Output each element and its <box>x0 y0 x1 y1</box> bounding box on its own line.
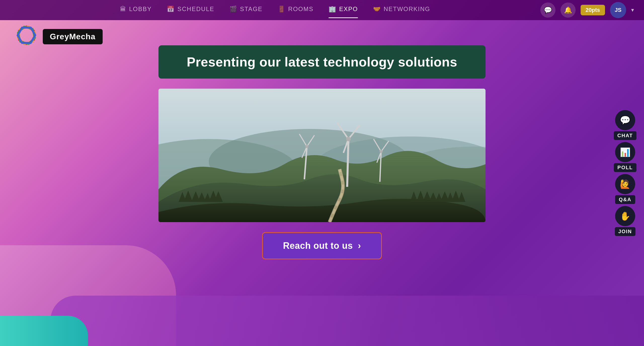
wave-bottom <box>50 296 644 346</box>
sidebar-qa-button[interactable]: 🙋 <box>615 174 635 194</box>
sidebar-poll-group: 📊 POLL <box>614 142 636 172</box>
company-name-label: GreyMecha <box>43 29 103 44</box>
nav-label-stage: STAGE <box>240 6 263 13</box>
reach-out-button[interactable]: Reach out to us › <box>262 232 382 259</box>
sidebar-chat-button[interactable]: 💬 <box>615 110 635 130</box>
landscape-illustration <box>158 89 486 222</box>
nav-item-schedule[interactable]: 📅 SCHEDULE <box>167 6 214 15</box>
logo-area: GreyMecha <box>15 25 103 48</box>
sidebar-poll-label: POLL <box>614 163 636 172</box>
sidebar-join-group: ✋ JOIN <box>615 206 636 236</box>
navbar: 🏛 LOBBY 📅 SCHEDULE 🎬 STAGE 🚪 ROOMS 🏢 EXP… <box>0 0 644 20</box>
nav-right: 💬 🔔 20pts JS ▾ <box>540 2 634 18</box>
svg-point-9 <box>305 145 308 148</box>
nav-label-networking: NETWORKING <box>384 6 430 13</box>
nav-label-lobby: LOBBY <box>129 6 152 13</box>
avatar-chevron-icon[interactable]: ▾ <box>631 7 634 13</box>
svg-point-14 <box>346 137 351 141</box>
schedule-icon: 📅 <box>167 6 175 13</box>
points-badge[interactable]: 20pts <box>581 5 605 15</box>
sidebar-chat-group: 💬 CHAT <box>614 110 636 140</box>
expo-icon: 🏢 <box>329 6 337 13</box>
poll-icon: 📊 <box>620 147 630 157</box>
notification-button[interactable]: 🔔 <box>560 3 576 18</box>
wave-teal <box>0 316 88 346</box>
stage-icon: 🎬 <box>229 6 237 13</box>
cta-arrow-icon: › <box>358 240 361 251</box>
networking-icon: 🤝 <box>373 6 381 13</box>
headline-banner: Presenting our latest technology solutio… <box>158 45 486 79</box>
right-sidebar: 💬 CHAT 📊 POLL 🙋 Q&A ✋ JOIN <box>614 110 636 236</box>
sidebar-poll-button[interactable]: 📊 <box>615 142 635 162</box>
main-content: Presenting our latest technology solutio… <box>158 45 486 259</box>
chat-sidebar-icon: 💬 <box>620 115 630 125</box>
nav-label-rooms: ROOMS <box>288 6 314 13</box>
user-avatar[interactable]: JS <box>610 2 626 18</box>
nav-item-stage[interactable]: 🎬 STAGE <box>229 6 263 15</box>
join-icon: ✋ <box>620 211 630 221</box>
cta-button-label: Reach out to us <box>283 240 353 251</box>
headline-text: Presenting our latest technology solutio… <box>187 54 457 70</box>
svg-point-19 <box>380 150 383 153</box>
sidebar-qa-group: 🙋 Q&A <box>615 174 635 204</box>
nav-item-expo[interactable]: 🏢 EXPO <box>329 6 358 15</box>
sidebar-qa-label: Q&A <box>615 195 635 204</box>
company-logo-icon <box>15 25 38 48</box>
qa-icon: 🙋 <box>620 179 630 189</box>
chat-nav-button[interactable]: 💬 <box>540 3 555 18</box>
lobby-icon: 🏛 <box>120 6 127 13</box>
nav-label-schedule: SCHEDULE <box>177 6 214 13</box>
nav-item-lobby[interactable]: 🏛 LOBBY <box>120 6 152 15</box>
svg-line-10 <box>347 139 348 187</box>
nav-item-rooms[interactable]: 🚪 ROOMS <box>278 6 314 15</box>
bell-icon: 🔔 <box>564 6 572 14</box>
sidebar-join-label: JOIN <box>615 227 636 236</box>
sidebar-chat-label: CHAT <box>614 131 636 140</box>
rooms-icon: 🚪 <box>278 6 286 13</box>
nav-items: 🏛 LOBBY 📅 SCHEDULE 🎬 STAGE 🚪 ROOMS 🏢 EXP… <box>10 6 540 15</box>
nav-item-networking[interactable]: 🤝 NETWORKING <box>373 6 430 15</box>
sidebar-join-button[interactable]: ✋ <box>615 206 635 226</box>
main-image <box>158 89 486 222</box>
chat-nav-icon: 💬 <box>544 6 552 14</box>
nav-label-expo: EXPO <box>339 6 358 13</box>
